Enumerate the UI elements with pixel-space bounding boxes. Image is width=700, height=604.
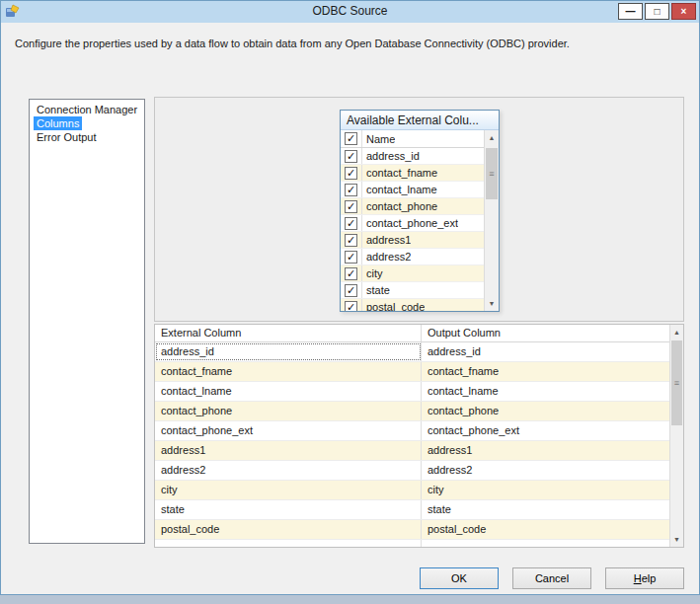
- dialog-description: Configure the properties used by a data …: [15, 38, 679, 49]
- output-column-cell[interactable]: contact_phone: [422, 402, 669, 420]
- mapping-table-scrollbar[interactable]: ▲ ≡ ▼: [669, 325, 683, 547]
- available-column-name: city: [362, 267, 383, 279]
- help-button[interactable]: Help: [605, 567, 684, 589]
- available-columns-scrollbar[interactable]: ▲ ≡ ▼: [484, 130, 499, 311]
- external-column-cell: [155, 540, 422, 547]
- output-column-cell[interactable]: contact_fname: [422, 362, 669, 381]
- scroll-up-arrow[interactable]: ▲: [485, 130, 499, 145]
- external-column-cell[interactable]: contact_phone_ext: [155, 421, 422, 440]
- available-column-row[interactable]: ✓postal_code: [341, 299, 484, 311]
- checkbox-cell: ✓: [341, 265, 362, 281]
- available-columns-list: ✓ Name ✓address_id✓contact_fname✓contact…: [341, 130, 499, 311]
- external-column-cell[interactable]: address2: [155, 461, 422, 480]
- pages-list[interactable]: Connection ManagerColumnsError Output: [29, 99, 145, 544]
- checkbox-cell: ✓: [341, 299, 362, 311]
- table-row[interactable]: statestate: [155, 500, 669, 520]
- available-column-name: contact_phone: [362, 200, 437, 212]
- external-column-cell[interactable]: address_id: [155, 342, 422, 361]
- table-row[interactable]: citycity: [155, 481, 669, 500]
- ok-button[interactable]: OK: [420, 567, 499, 589]
- table-row[interactable]: address1address1: [155, 441, 669, 461]
- column-checkbox[interactable]: ✓: [345, 301, 357, 312]
- external-column-cell[interactable]: address1: [155, 441, 422, 460]
- output-column-cell[interactable]: postal_code: [422, 520, 669, 539]
- column-checkbox[interactable]: ✓: [345, 267, 357, 280]
- minimize-button[interactable]: —: [618, 3, 643, 20]
- external-column-cell[interactable]: contact_fname: [155, 362, 422, 381]
- available-column-name: contact_fname: [362, 167, 437, 179]
- scroll-down-arrow[interactable]: ▼: [670, 532, 683, 547]
- table-row[interactable]: contact_fnamecontact_fname: [155, 362, 669, 382]
- available-column-name: contact_lname: [362, 184, 437, 195]
- checkbox-cell: ✓: [341, 282, 362, 298]
- available-column-row[interactable]: ✓contact_phone_ext: [341, 215, 484, 232]
- available-column-name: postal_code: [362, 301, 425, 311]
- close-button[interactable]: ×: [671, 3, 696, 20]
- external-column-cell[interactable]: city: [155, 481, 422, 499]
- checkbox-cell: ✓: [341, 249, 362, 264]
- sidebar-item-error-output[interactable]: Error Output: [30, 130, 144, 144]
- available-column-row[interactable]: ✓address2: [341, 249, 484, 265]
- help-label-rest: elp: [642, 572, 657, 584]
- scroll-thumb[interactable]: ≡: [671, 340, 682, 425]
- external-column-cell[interactable]: state: [155, 500, 422, 519]
- output-column-cell[interactable]: city: [422, 481, 669, 499]
- column-checkbox[interactable]: ✓: [345, 200, 357, 213]
- column-checkbox[interactable]: ✓: [345, 251, 357, 264]
- table-row[interactable]: address_idaddress_id: [155, 342, 669, 362]
- sidebar-item-label: Columns: [34, 116, 82, 130]
- available-column-row[interactable]: ✓contact_phone: [341, 198, 484, 215]
- external-column-cell[interactable]: postal_code: [155, 520, 422, 539]
- available-column-row[interactable]: ✓address_id: [341, 148, 484, 165]
- available-external-columns-panel[interactable]: Available External Colu... ✓ Name ✓addre…: [340, 110, 500, 312]
- title-bar[interactable]: ODBC Source — □ ×: [1, 1, 699, 23]
- table-row[interactable]: postal_codepostal_code: [155, 520, 669, 540]
- table-row[interactable]: contact_lnamecontact_lname: [155, 382, 669, 402]
- odbc-source-dialog: ODBC Source — □ × Configure the properti…: [0, 0, 700, 595]
- external-column-header[interactable]: External Column: [155, 325, 422, 341]
- select-all-checkbox[interactable]: ✓: [345, 132, 357, 145]
- column-checkbox[interactable]: ✓: [345, 150, 357, 163]
- external-column-cell[interactable]: contact_phone: [155, 402, 422, 420]
- available-column-row[interactable]: ✓city: [341, 265, 484, 282]
- cancel-button[interactable]: Cancel: [512, 567, 591, 589]
- column-checkbox[interactable]: ✓: [345, 234, 357, 247]
- maximize-button[interactable]: □: [645, 3, 669, 20]
- column-checkbox[interactable]: ✓: [345, 184, 357, 196]
- sidebar-item-label: Connection Manager: [34, 103, 140, 116]
- output-column-header[interactable]: Output Column: [422, 325, 683, 341]
- table-row[interactable]: contact_phone_extcontact_phone_ext: [155, 421, 669, 441]
- scroll-up-arrow[interactable]: ▲: [670, 325, 683, 340]
- output-column-cell[interactable]: address_id: [422, 342, 669, 361]
- sidebar-item-columns[interactable]: Columns: [30, 116, 144, 130]
- table-row[interactable]: address2address2: [155, 461, 669, 481]
- table-row[interactable]: contact_phonecontact_phone: [155, 402, 669, 421]
- checkbox-cell: ✓: [341, 232, 362, 248]
- column-checkbox[interactable]: ✓: [345, 217, 357, 230]
- mapping-table-body: address_idaddress_idcontact_fnamecontact…: [155, 342, 669, 547]
- checkbox-cell: ✓: [341, 215, 362, 231]
- available-columns-title: Available External Colu...: [341, 111, 499, 130]
- output-column-cell[interactable]: contact_phone_ext: [422, 421, 669, 440]
- available-column-row[interactable]: ✓state: [341, 282, 484, 299]
- column-checkbox[interactable]: ✓: [345, 167, 357, 180]
- available-column-name: address_id: [362, 150, 420, 162]
- available-column-row[interactable]: ✓address1: [341, 232, 484, 249]
- dialog-footer: OK Cancel Help: [420, 567, 684, 589]
- sidebar-item-connection-manager[interactable]: Connection Manager: [30, 103, 144, 116]
- output-column-cell[interactable]: address1: [422, 441, 669, 460]
- column-checkbox[interactable]: ✓: [345, 284, 357, 297]
- column-mapping-table: External Column Output Column address_id…: [154, 324, 684, 548]
- output-column-cell[interactable]: contact_lname: [422, 382, 669, 401]
- help-accelerator: H: [634, 572, 642, 584]
- external-column-cell[interactable]: contact_lname: [155, 382, 422, 401]
- available-column-row[interactable]: ✓contact_lname: [341, 182, 484, 198]
- checkbox-cell: ✓: [341, 165, 362, 181]
- available-column-name: state: [362, 284, 390, 296]
- output-column-cell[interactable]: address2: [422, 461, 669, 480]
- available-column-row[interactable]: ✓contact_fname: [341, 165, 484, 182]
- available-column-name: contact_phone_ext: [362, 217, 458, 229]
- scroll-down-arrow[interactable]: ▼: [485, 296, 499, 311]
- output-column-cell[interactable]: state: [422, 500, 669, 519]
- scroll-thumb[interactable]: ≡: [486, 148, 498, 199]
